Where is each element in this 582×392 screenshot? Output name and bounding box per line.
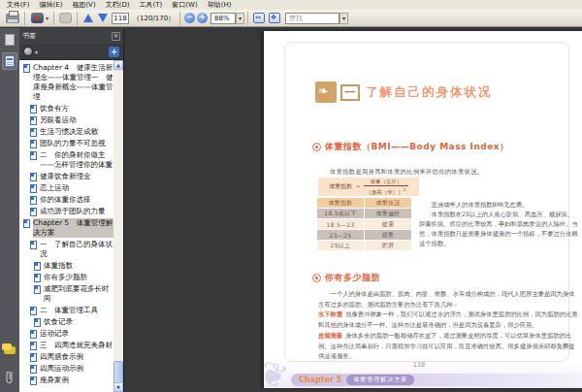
- bookmark-label: 成功源于团队的力量: [40, 207, 106, 216]
- bookmark-item[interactable]: Chapter 4 健康生活新理念——体重管理一 健康瘦身新概念——体重管理: [19, 63, 113, 102]
- bookmark-item[interactable]: 四周膳食示例: [19, 352, 113, 362]
- bookmark-item[interactable]: 你的体重你选择: [19, 195, 113, 205]
- page-number-label: 118: [264, 361, 574, 369]
- table-cell: 体重偏轻: [365, 209, 411, 218]
- menu-item[interactable]: 文档(D): [102, 0, 134, 10]
- bookmark-item[interactable]: 瘦身案例: [19, 376, 113, 385]
- bookmarks-scrollbar[interactable]: ▲ ▼: [113, 60, 123, 392]
- bookmark-item[interactable]: 另眼看运动: [19, 115, 113, 125]
- bookmark-item[interactable]: 饮食记录: [19, 317, 113, 327]
- table-cell: 18.5—23: [317, 219, 364, 229]
- bookmarks-panel: 书签 × ▾ + Chapter 4 健康生活新理念——体重管理一 健康瘦身新概…: [19, 28, 124, 392]
- bookmark-page-icon: [30, 330, 37, 339]
- bookmark-page-icon: [30, 241, 37, 249]
- table-header-cell: 体重指数: [317, 198, 364, 208]
- menu-item[interactable]: 文件(F): [3, 0, 34, 10]
- fit-page-button[interactable]: [269, 13, 280, 23]
- bmi-intro-text: 体重指数是用身高和体重的比例来评估你的体重状况。: [330, 168, 483, 177]
- next-page-button[interactable]: [96, 12, 109, 24]
- bookmark-item[interactable]: 饮食有方: [19, 104, 113, 114]
- table-cell: 23—25: [317, 230, 364, 240]
- menu-item[interactable]: 编辑(E): [36, 0, 67, 10]
- bookmark-page-icon: [30, 342, 37, 350]
- bookmark-page-icon: [30, 196, 37, 205]
- pages-panel-button[interactable]: [2, 31, 17, 49]
- bookmark-item[interactable]: 生活习惯决定成败: [19, 127, 113, 137]
- options-icon[interactable]: [23, 47, 33, 56]
- print-button[interactable]: [4, 11, 21, 26]
- bookmark-item[interactable]: 运动记录: [19, 329, 113, 339]
- menu-item[interactable]: 视图(V): [68, 0, 99, 10]
- find-input[interactable]: 查找: [285, 13, 340, 24]
- bookmark-item[interactable]: 成功源于团队的力量: [19, 207, 113, 216]
- bookmark-page-icon: [34, 285, 41, 294]
- arrow-up-icon: [83, 14, 93, 22]
- bookmark-item[interactable]: 你有多少脂肪: [19, 273, 113, 282]
- bookmark-item[interactable]: 体重指数: [19, 261, 113, 271]
- disabled-tool-button: [57, 11, 74, 26]
- bookmark-item[interactable]: 三 四周造就完美身材: [19, 341, 113, 350]
- pages-icon: [5, 34, 15, 46]
- comments-panel-button[interactable]: [2, 342, 17, 359]
- bookmark-page-icon: [30, 184, 37, 193]
- section-number: 一: [340, 84, 360, 101]
- fat-paragraphs: 一个人的身体是由脂肪、肌肉、内脏、骨骼、水等成分构成的，现代人肥胖主要是因为身体…: [318, 289, 580, 362]
- bookmark-label: 瘦身案例: [40, 376, 69, 385]
- bookmark-page-icon: [30, 376, 37, 385]
- close-icon[interactable]: ×: [112, 32, 120, 41]
- bookmark-item[interactable]: 团队的力量不可忽视: [19, 139, 113, 148]
- page-count-label: （120/170）: [133, 14, 175, 23]
- chevron-down-icon: ▾: [35, 49, 38, 55]
- menu-item[interactable]: 窗口(W): [168, 0, 201, 10]
- bookmark-label: 饮食有方: [40, 104, 69, 114]
- page-number-input[interactable]: [112, 13, 129, 24]
- chevron-down-icon: ▾: [46, 15, 48, 21]
- attachments-panel-button[interactable]: [2, 369, 17, 386]
- chapter-name: Chapter 5: [299, 376, 341, 384]
- previous-page-button[interactable]: [81, 12, 94, 24]
- bookmark-item[interactable]: 减肥到底要花多长时间: [19, 284, 113, 304]
- bookmark-label: 健康饮食新理念: [40, 172, 91, 181]
- zoom-out-button[interactable]: −: [184, 13, 195, 23]
- bookmark-label: 四周膳食示例: [40, 352, 83, 362]
- new-bookmark-button[interactable]: +: [109, 47, 119, 57]
- bookmark-item[interactable]: 二 你的身材你做主——怎样管理你的体重: [19, 150, 113, 170]
- bookmark-item[interactable]: 二 体重管理工具: [19, 306, 113, 315]
- scroll-down-button[interactable]: ▼: [113, 382, 123, 392]
- zoom-in-button[interactable]: +: [197, 13, 208, 23]
- table-cell: 健康: [365, 219, 411, 229]
- zoom-combo-arrow[interactable]: ▾: [236, 13, 244, 24]
- paragraph-lead: 皮褶测量: [318, 332, 342, 339]
- bookmark-item[interactable]: 健康饮食新理念: [19, 172, 113, 181]
- bookmark-item[interactable]: 一 了解自己的身体状况: [19, 240, 113, 259]
- toolbar-separator: [24, 12, 25, 25]
- bookmark-item[interactable]: Chapter 5 体重管理解决方案: [19, 218, 113, 238]
- bookmark-label: 饮食记录: [44, 317, 73, 327]
- bookmark-item[interactable]: 恋上运动: [19, 183, 113, 193]
- paragraph: 一个人的身体是由脂肪、肌肉、内脏、骨骼、水等成分构成的，现代人肥胖主要是因为身体…: [318, 289, 580, 310]
- toolbar-separator: [179, 12, 180, 25]
- section-header: 一 了解自己的身体状况: [315, 82, 493, 103]
- email-button[interactable]: ▾: [28, 11, 50, 26]
- menu-bar: 文件(F)编辑(E)视图(V)文档(D)工具(T)窗口(W)帮助(H): [0, 0, 582, 10]
- find-dropdown-arrow[interactable]: ▾: [340, 13, 348, 24]
- bookmark-page-icon: [34, 262, 41, 271]
- bmi-table: 体重指数体重状况18.5或以下体重偏轻18.5—23健康23—25超重25以上肥…: [317, 198, 411, 250]
- bookmark-page-icon: [23, 64, 30, 73]
- scroll-up-button[interactable]: ▲: [113, 60, 123, 70]
- nav-bottom-icons: [0, 339, 19, 388]
- menu-item[interactable]: 帮助(H): [204, 0, 236, 10]
- fit-width-button[interactable]: [253, 13, 265, 23]
- formula-equals: ＝: [355, 182, 361, 191]
- bookmark-label: 团队的力量不可忽视: [40, 139, 106, 148]
- bookmark-item[interactable]: 四周运动示例: [19, 364, 113, 374]
- paragraph-lead: 水下称重: [318, 310, 342, 317]
- bookmarks-panel-button[interactable]: [2, 52, 17, 70]
- chapter-label: 体重管理解决方案: [346, 375, 414, 385]
- menu-item[interactable]: 工具(T): [136, 0, 167, 10]
- bookmark-page-icon: [30, 128, 37, 137]
- zoom-level-combo[interactable]: 88%: [210, 13, 236, 24]
- bookmark-page-icon: [30, 353, 37, 362]
- bookmark-page-icon: [30, 173, 37, 181]
- bookmark-label: 减肥到底要花多长时间: [44, 284, 113, 304]
